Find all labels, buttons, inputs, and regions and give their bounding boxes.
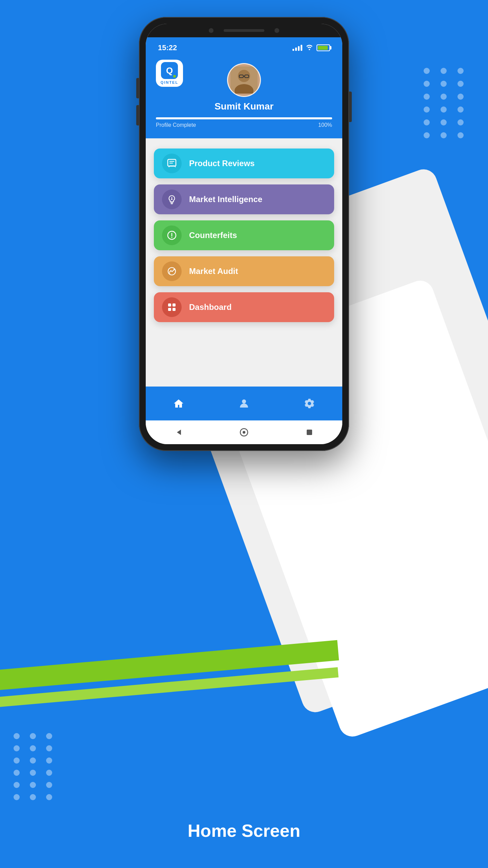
grid-icon	[167, 302, 177, 312]
menu-item-product-reviews[interactable]: Product Reviews	[154, 149, 334, 178]
page-title-container: Home Screen	[188, 821, 300, 841]
menu-item-market-audit[interactable]: Market Audit	[154, 256, 334, 286]
menu-item-counterfeits[interactable]: Counterfeits	[154, 220, 334, 250]
dot-pattern-left	[14, 733, 56, 800]
home-circle-icon	[240, 428, 248, 437]
signal-icon	[292, 45, 302, 51]
svg-rect-21	[172, 308, 176, 311]
menu-item-dashboard[interactable]: Dashboard	[154, 292, 334, 322]
profile-percent-label: 100%	[318, 122, 332, 128]
app-logo: Q QINTEL	[156, 60, 183, 87]
market-audit-icon-circle	[162, 261, 182, 281]
review-icon	[167, 158, 177, 169]
chart-icon	[167, 266, 177, 276]
dot-pattern-right	[424, 68, 468, 138]
app-header: Q QINTEL Su	[146, 56, 342, 138]
counterfeits-icon-circle	[162, 225, 182, 245]
battery-fill	[318, 46, 328, 50]
volume-up-button[interactable]	[136, 78, 139, 98]
progress-bar-fill	[156, 117, 332, 119]
svg-rect-18	[168, 303, 171, 307]
phone-top-bar	[146, 24, 342, 37]
front-camera	[209, 28, 214, 33]
status-bar: 15:22	[146, 37, 342, 56]
sensor	[274, 28, 279, 33]
alert-icon	[167, 230, 177, 240]
menu-item-market-intelligence[interactable]: Market Intelligence	[154, 184, 334, 214]
speaker	[224, 29, 264, 32]
person-icon	[239, 398, 249, 409]
menu-area: Product Reviews Market Intelligence	[146, 138, 342, 387]
recents-icon	[306, 429, 313, 436]
svg-point-17	[174, 269, 175, 270]
svg-rect-26	[307, 430, 312, 435]
counterfeits-label: Counterfeits	[189, 231, 237, 240]
profile-complete-label: Profile Complete	[156, 122, 196, 128]
power-button[interactable]	[349, 92, 352, 122]
recents-button[interactable]	[304, 427, 315, 438]
back-button[interactable]	[173, 427, 184, 438]
svg-point-25	[243, 431, 245, 434]
avatar-image	[230, 66, 258, 94]
product-reviews-icon-circle	[162, 154, 182, 173]
svg-point-22	[242, 399, 246, 403]
page-title: Home Screen	[188, 821, 300, 841]
svg-point-12	[171, 199, 172, 200]
svg-rect-19	[172, 303, 176, 307]
product-reviews-label: Product Reviews	[189, 159, 255, 168]
market-intelligence-label: Market Intelligence	[189, 195, 262, 204]
home-circle-button[interactable]	[239, 427, 249, 438]
bulb-icon	[167, 194, 177, 204]
dashboard-icon-circle	[162, 297, 182, 317]
wifi-icon	[306, 44, 313, 52]
status-icons	[292, 44, 330, 52]
market-intelligence-icon-circle	[162, 190, 182, 209]
svg-rect-20	[168, 308, 171, 311]
market-audit-label: Market Audit	[189, 267, 238, 276]
avatar	[227, 63, 261, 97]
phone-device: 15:22	[139, 17, 349, 451]
nav-profile-button[interactable]	[234, 393, 254, 414]
phone-screen: 15:22	[146, 24, 342, 444]
profile-progress: Profile Complete 100%	[156, 117, 332, 128]
svg-marker-23	[177, 430, 181, 435]
home-icon	[173, 398, 184, 409]
progress-labels: Profile Complete 100%	[156, 122, 332, 128]
android-nav-bar	[146, 420, 342, 444]
volume-down-button[interactable]	[136, 105, 139, 125]
back-icon	[175, 429, 182, 436]
status-time: 15:22	[158, 43, 177, 52]
battery-icon	[317, 44, 330, 51]
progress-bar-background	[156, 117, 332, 119]
nav-home-button[interactable]	[168, 393, 189, 414]
user-name: Sumit Kumar	[215, 101, 273, 112]
gear-icon	[304, 398, 315, 409]
svg-point-15	[171, 237, 172, 238]
nav-settings-button[interactable]	[299, 393, 320, 414]
bottom-nav	[146, 387, 342, 420]
dashboard-label: Dashboard	[189, 302, 231, 312]
logo-q-icon: Q	[161, 62, 178, 79]
logo-text: QINTEL	[161, 80, 178, 84]
